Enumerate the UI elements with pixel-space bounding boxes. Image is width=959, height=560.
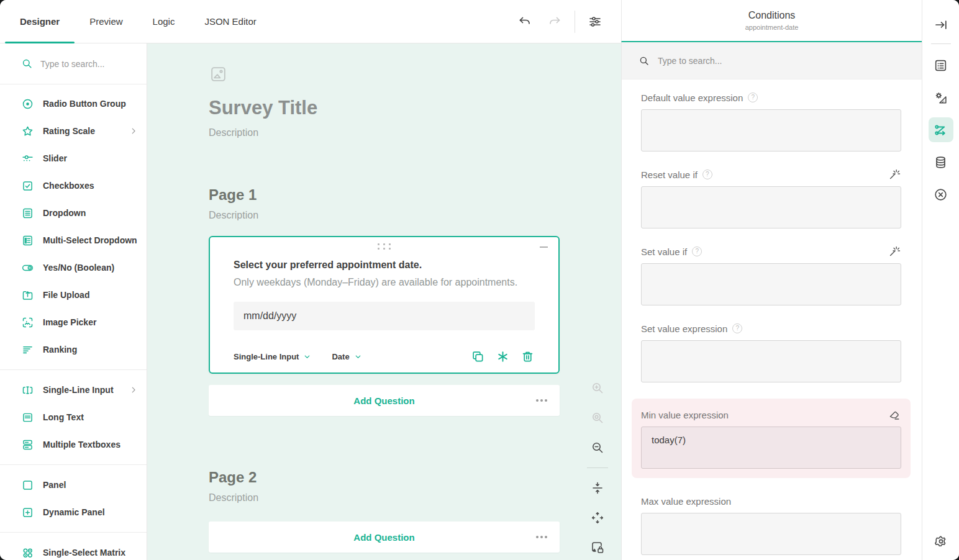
page1-description[interactable]: Description: [209, 210, 621, 221]
question-title[interactable]: Select your preferred appointment date.: [234, 258, 535, 272]
tab-logic[interactable]: Logic: [138, 0, 190, 43]
toolbox-item-dynamic-panel[interactable]: Dynamic Panel: [0, 499, 147, 526]
strip-divider: [931, 43, 951, 44]
collapse-question-icon[interactable]: [537, 241, 550, 250]
zoom-rail-divider: [587, 467, 608, 468]
drag-handle[interactable]: [376, 242, 393, 251]
settings-gear-icon[interactable]: [929, 529, 953, 554]
redo-icon[interactable]: [545, 12, 565, 32]
toolbox-item-panel[interactable]: Panel: [0, 471, 147, 499]
toolbox-item-label: Single-Line Input: [43, 385, 114, 395]
max-value-expression-input[interactable]: [641, 513, 901, 555]
chevron-down-icon: [303, 353, 311, 361]
zoom-out-icon[interactable]: [590, 440, 605, 455]
toolbox-item-file-upload[interactable]: File Upload: [0, 281, 147, 309]
toolbox-item-label: Multi-Select Dropdown: [43, 235, 137, 245]
tab-designer[interactable]: Designer: [5, 0, 75, 43]
general-panel-icon[interactable]: [929, 53, 953, 78]
field-default-value-expression: Default value expression: [641, 91, 901, 151]
undo-icon[interactable]: [515, 12, 535, 32]
more-menu-icon[interactable]: [532, 532, 551, 542]
view-tabs: Designer Preview Logic JSON Editor: [0, 0, 271, 43]
add-question-button-page1[interactable]: Add Question: [209, 385, 560, 416]
toolbox-item-long-text[interactable]: Long Text: [0, 404, 147, 431]
toolbox-item-single-line-input[interactable]: Single-Line Input: [0, 376, 147, 404]
page2-description[interactable]: Description: [209, 492, 621, 504]
panel-tab-strip: [922, 0, 959, 560]
collapse-all-pages-icon[interactable]: [590, 481, 605, 495]
search-icon: [639, 55, 650, 66]
question-type-selector[interactable]: Single-Line Input: [234, 352, 311, 361]
duplicate-icon[interactable]: [471, 350, 485, 364]
chevron-right-icon[interactable]: [129, 386, 138, 394]
toolbox-item-boolean[interactable]: Yes/No (Boolean): [0, 254, 147, 281]
toolbox-item-label: Rating Scale: [43, 126, 95, 136]
top-toolbar: Designer Preview Logic JSON Editor: [0, 0, 621, 43]
min-value-expression-input[interactable]: today(7): [641, 427, 901, 469]
delete-icon[interactable]: [520, 350, 535, 364]
lock-page-icon[interactable]: [590, 540, 605, 555]
toolbox-group-divider: [0, 464, 147, 465]
toolbox-search-input[interactable]: [40, 59, 121, 69]
chevron-down-icon: [354, 353, 362, 361]
input-type-selector[interactable]: Date: [332, 352, 361, 361]
required-icon[interactable]: [496, 350, 510, 364]
add-question-button-page2[interactable]: Add Question: [209, 522, 560, 553]
date-input[interactable]: mm/dd/yyyy: [234, 302, 535, 330]
help-icon[interactable]: [748, 93, 758, 102]
appearance-panel-icon[interactable]: [929, 85, 953, 110]
data-panel-icon[interactable]: [929, 150, 953, 174]
toolbox-item-image-picker[interactable]: Image Picker: [0, 309, 147, 336]
ranking-icon: [21, 343, 34, 356]
property-search-input[interactable]: [658, 56, 907, 66]
set-value-expression-input[interactable]: [641, 340, 901, 382]
magic-wand-icon[interactable]: [888, 168, 901, 181]
survey-description[interactable]: Description: [209, 127, 621, 138]
help-icon[interactable]: [692, 246, 702, 256]
question-description[interactable]: Only weekdays (Monday–Friday) are availa…: [234, 276, 535, 289]
survey-title[interactable]: Survey Title: [209, 96, 621, 120]
survey-creator-window: Designer Preview Logic JSON Editor: [0, 0, 959, 560]
collapse-panel-icon[interactable]: [929, 12, 953, 37]
help-icon[interactable]: [732, 323, 742, 333]
toolbox-item-label: Long Text: [43, 412, 84, 422]
add-question-label: Add Question: [353, 532, 414, 543]
question-type-label: Single-Line Input: [234, 352, 299, 361]
toolbox-item-radio-button-group[interactable]: Radio Button Group: [0, 90, 147, 117]
default-value-expression-input[interactable]: [641, 109, 901, 151]
page1-title[interactable]: Page 1: [209, 186, 621, 204]
toolbox-item-dropdown[interactable]: Dropdown: [0, 199, 147, 227]
dynamic-panel-icon: [21, 506, 34, 519]
toolbox-item-multi-select-dropdown[interactable]: Multi-Select Dropdown: [0, 227, 147, 254]
settings-sliders-icon[interactable]: [585, 12, 605, 32]
eraser-icon[interactable]: [888, 408, 901, 422]
validation-panel-icon[interactable]: [929, 182, 953, 207]
toolbox-item-single-select-matrix[interactable]: Single-Select Matrix: [0, 539, 147, 560]
toolbox-item-slider[interactable]: Slider: [0, 145, 147, 172]
toolbox-item-checkboxes[interactable]: Checkboxes: [0, 172, 147, 199]
field-min-value-expression: Min value expression today(7): [641, 408, 901, 469]
zoom-actual-size-icon[interactable]: [590, 410, 605, 425]
conditions-panel-icon[interactable]: [929, 117, 953, 142]
image-placeholder-icon[interactable]: [209, 65, 621, 84]
tab-preview[interactable]: Preview: [75, 0, 137, 43]
magic-wand-icon[interactable]: [888, 245, 901, 258]
toolbox-item-label: Panel: [43, 480, 66, 490]
more-menu-icon[interactable]: [532, 395, 551, 405]
toolbox-item-ranking[interactable]: Ranking: [0, 336, 147, 363]
toolbox-sidebar: Radio Button Group Rating Scale Slider C…: [0, 43, 147, 560]
set-value-if-input[interactable]: [641, 263, 901, 305]
reset-value-if-input[interactable]: [641, 186, 901, 228]
question-card-appointment-date[interactable]: Select your preferred appointment date. …: [209, 236, 560, 374]
tab-json-editor[interactable]: JSON Editor: [189, 0, 271, 43]
page2-title[interactable]: Page 2: [209, 468, 621, 487]
toolbox-item-label: Yes/No (Boolean): [43, 263, 114, 273]
field-max-value-expression: Max value expression: [641, 494, 901, 555]
help-icon[interactable]: [702, 169, 712, 179]
toolbox-item-rating-scale[interactable]: Rating Scale: [0, 117, 147, 145]
question-actions: [471, 350, 535, 364]
toolbox-item-multiple-textboxes[interactable]: Multiple Textboxes: [0, 431, 147, 458]
chevron-right-icon[interactable]: [129, 127, 138, 135]
drag-canvas-icon[interactable]: [590, 510, 605, 525]
zoom-in-icon[interactable]: [590, 381, 605, 395]
